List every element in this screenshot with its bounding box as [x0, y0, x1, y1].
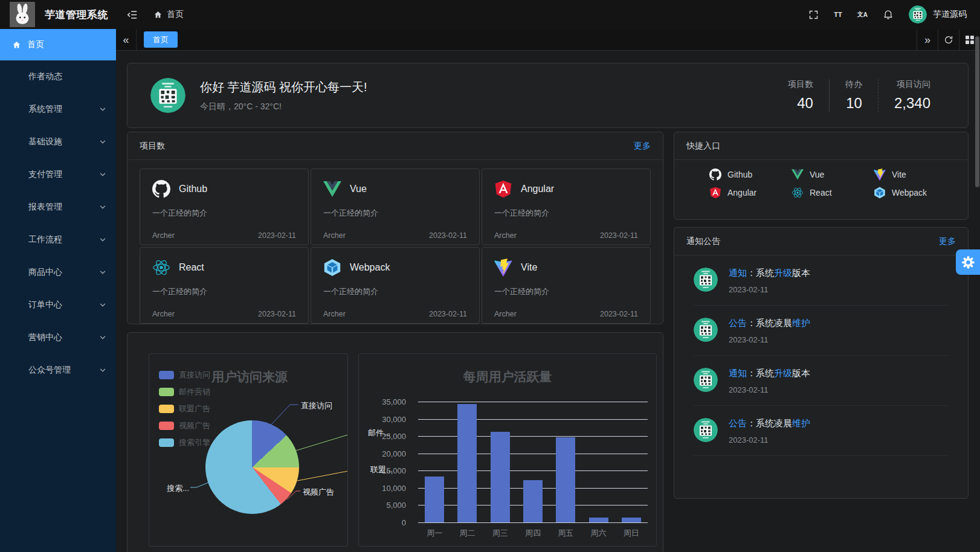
- bar-y-axis: 05,00010,00015,00020,00025,00030,00035,0…: [359, 402, 412, 523]
- shortcut-React[interactable]: React: [791, 187, 874, 199]
- tabs-scroll-right-icon[interactable]: »: [917, 29, 938, 50]
- sidebar-item-作者动态[interactable]: 作者动态: [0, 60, 116, 93]
- project-author: Archer: [323, 310, 346, 318]
- legend-item-直接访问[interactable]: 直接访问: [159, 370, 210, 380]
- notice-title[interactable]: 公告：系统凌晨维护: [729, 318, 810, 329]
- shortcut-Github[interactable]: Github: [709, 168, 791, 181]
- bar-周日: [622, 518, 641, 522]
- gridline: [418, 454, 648, 454]
- sidebar-menu: 首页作者动态系统管理基础设施支付管理报表管理工作流程商品中心订单中心营销中心公众…: [0, 29, 116, 387]
- y-tick-label: 10,000: [382, 484, 406, 493]
- y-tick-label: 30,000: [382, 415, 406, 424]
- greeting-text: 你好 芋道源码 祝你开心每一天!: [200, 79, 367, 95]
- sidebar-item-支付管理[interactable]: 支付管理: [0, 158, 116, 191]
- scrollbar-thumb[interactable]: [975, 36, 979, 187]
- pie-slices: [205, 420, 299, 514]
- notice-item[interactable]: 通知：系统升级版本 2023-02-11: [694, 356, 949, 406]
- tab-首页[interactable]: 首页: [144, 31, 178, 48]
- notice-date: 2023-02-11: [729, 285, 810, 294]
- legend-swatch: [159, 405, 174, 413]
- legend-item-邮件营销[interactable]: 邮件营销: [159, 387, 210, 397]
- project-card-Github[interactable]: Github 一个正经的简介 Archer2023-02-11: [140, 168, 309, 245]
- menu-fold-icon[interactable]: [126, 9, 138, 21]
- x-tick-label: 周五: [549, 528, 582, 539]
- project-card-Angular[interactable]: Angular 一个正经的简介 Archer2023-02-11: [482, 168, 651, 245]
- locale-icon[interactable]: 文A: [857, 10, 868, 19]
- stat-value: 10: [845, 95, 862, 112]
- projects-more-link[interactable]: 更多: [634, 141, 651, 152]
- tabs-scroll-left-icon[interactable]: «: [116, 29, 137, 50]
- notice-item[interactable]: 通知：系统升级版本 2023-02-11: [694, 255, 949, 306]
- project-card-Vite[interactable]: Vite 一个正经的简介 Archer2023-02-11: [482, 247, 651, 324]
- sidebar-item-基础设施[interactable]: 基础设施: [0, 126, 116, 158]
- project-date: 2023-02-11: [258, 231, 296, 240]
- x-tick-label: 周一: [418, 528, 451, 539]
- user-avatar: [909, 5, 927, 24]
- stat-label: 项目数: [788, 79, 813, 90]
- bar-周四: [523, 480, 543, 523]
- sidebar-item-营销中心[interactable]: 营销中心: [0, 321, 116, 354]
- stat-label: 待办: [845, 79, 862, 90]
- font-size-icon[interactable]: TT: [834, 11, 842, 18]
- notices-more-link[interactable]: 更多: [939, 236, 956, 247]
- notices-list: 通知：系统升级版本 2023-02-11 公告：系统凌晨维护 2023-02-1…: [674, 255, 968, 456]
- notices-card-title: 通知公告: [686, 236, 720, 247]
- sidebar-item-公众号管理[interactable]: 公众号管理: [0, 354, 116, 387]
- bar-周三: [491, 432, 510, 522]
- angular-icon: [494, 180, 512, 198]
- weather-text: 今日晴，20°C - 32°C!: [200, 101, 367, 112]
- legend-item-视频广告[interactable]: 视频广告: [159, 420, 210, 431]
- shortcut-Webpack[interactable]: Webpack: [874, 187, 956, 199]
- projects-grid: Github 一个正经的简介 Archer2023-02-11 Vue 一个正经…: [127, 160, 663, 324]
- user-name: 芋道源码: [933, 9, 967, 20]
- sidebar: 首页作者动态系统管理基础设施支付管理报表管理工作流程商品中心订单中心营销中心公众…: [0, 29, 116, 552]
- sidebar-item-label: 工作流程: [28, 234, 62, 245]
- sidebar-item-首页[interactable]: 首页: [0, 29, 116, 60]
- welcome-avatar: [150, 78, 185, 113]
- project-card-Vue[interactable]: Vue 一个正经的简介 Archer2023-02-11: [311, 168, 480, 245]
- bell-icon[interactable]: [883, 9, 894, 20]
- shortcut-Vite[interactable]: Vite: [874, 168, 956, 181]
- project-author: Archer: [494, 310, 517, 318]
- notice-date: 2023-02-11: [729, 435, 810, 444]
- project-desc: 一个正经的简介: [494, 208, 638, 219]
- notice-date: 2023-02-11: [729, 385, 810, 394]
- settings-button[interactable]: [956, 249, 980, 275]
- shortcut-Vue[interactable]: Vue: [791, 168, 874, 181]
- project-card-Webpack[interactable]: Webpack 一个正经的简介 Archer2023-02-11: [311, 247, 480, 324]
- sidebar-item-系统管理[interactable]: 系统管理: [0, 93, 116, 126]
- vue-icon: [323, 180, 341, 198]
- bar-周一: [425, 477, 444, 522]
- tabbar: « 首页 »: [116, 29, 980, 51]
- project-card-React[interactable]: React 一个正经的简介 Archer2023-02-11: [140, 247, 309, 324]
- sidebar-item-商品中心[interactable]: 商品中心: [0, 256, 116, 289]
- pie-chart: 用户访问来源直接访问邮件营销联盟广告视频广告搜索引擎直接访问邮件...联盟...…: [149, 353, 348, 547]
- legend-label: 搜索引擎: [179, 437, 210, 448]
- bar-plot: [418, 402, 648, 523]
- angular-icon: [709, 187, 721, 199]
- sidebar-item-报表管理[interactable]: 报表管理: [0, 191, 116, 223]
- sidebar-item-label: 首页: [27, 39, 44, 50]
- user-menu[interactable]: 芋道源码: [909, 5, 967, 24]
- notice-item[interactable]: 公告：系统凌晨维护 2023-02-11: [694, 406, 949, 456]
- stat-label: 项目访问: [894, 79, 930, 90]
- legend-label: 直接访问: [179, 370, 210, 380]
- notice-item[interactable]: 公告：系统凌晨维护 2023-02-11: [694, 306, 949, 356]
- refresh-icon[interactable]: [938, 29, 959, 50]
- project-desc: 一个正经的简介: [494, 286, 638, 297]
- x-tick-label: 周日: [615, 528, 648, 539]
- breadcrumb[interactable]: 首页: [153, 9, 184, 20]
- sidebar-item-工作流程[interactable]: 工作流程: [0, 223, 116, 256]
- notice-title[interactable]: 公告：系统凌晨维护: [729, 418, 810, 429]
- fullscreen-icon[interactable]: [808, 10, 819, 20]
- legend-item-搜索引擎[interactable]: 搜索引擎: [159, 437, 210, 448]
- notice-title[interactable]: 通知：系统升级版本: [729, 268, 810, 279]
- legend-item-联盟广告[interactable]: 联盟广告: [159, 403, 210, 414]
- notice-title[interactable]: 通知：系统升级版本: [729, 368, 810, 379]
- sidebar-item-label: 订单中心: [28, 300, 62, 310]
- shortcut-Angular[interactable]: Angular: [709, 187, 791, 199]
- sidebar-item-订单中心[interactable]: 订单中心: [0, 289, 116, 321]
- chevron-down-icon: [99, 204, 106, 211]
- x-tick-label: 周二: [451, 528, 483, 539]
- x-tick-label: 周三: [484, 528, 517, 539]
